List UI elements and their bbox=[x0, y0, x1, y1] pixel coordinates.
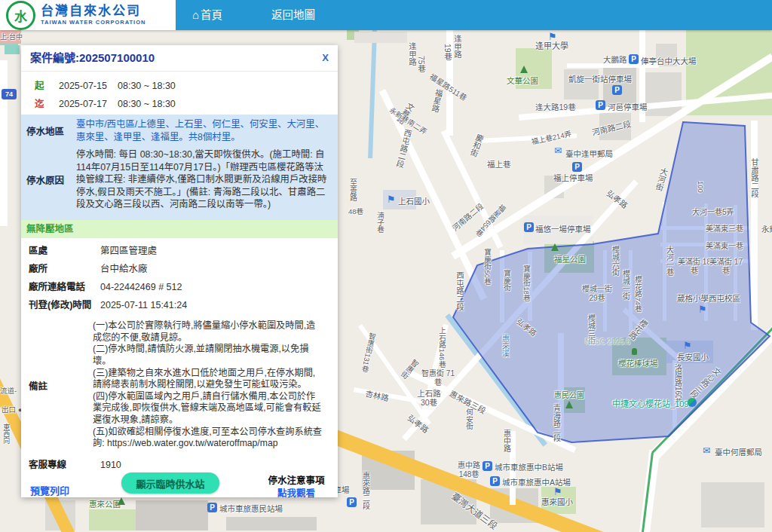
logo-subtitle: TAIWAN WATER CORPORATION bbox=[41, 20, 146, 26]
start-time: 08:30 ~ 18:30 bbox=[118, 78, 176, 93]
map-decor bbox=[368, 30, 377, 158]
end-label: 迄 bbox=[35, 96, 44, 112]
map-label: 福上停車場 bbox=[553, 173, 593, 182]
water-logo-icon: 水 bbox=[6, 1, 35, 30]
map-decor bbox=[701, 482, 764, 527]
map-label: 河邑停車場 bbox=[608, 102, 648, 112]
map-label: 永輝 bbox=[761, 225, 772, 234]
school-icon: ⚑ bbox=[683, 341, 692, 350]
notice-title: 停水注意事項 bbox=[264, 475, 329, 488]
map-label: 凱旋一街站停車場 bbox=[568, 75, 632, 84]
map-label: 100 bbox=[696, 181, 704, 193]
map-label: 弘孝路 bbox=[515, 317, 538, 338]
map-label: 惠來路二段 bbox=[361, 472, 370, 509]
panel-header: 案件編號:202507100010 X bbox=[21, 45, 338, 72]
map-label: 寶慶街50巷 bbox=[482, 249, 491, 286]
map-label: 櫻城一街 29巷 bbox=[577, 285, 617, 302]
map-label: 大河街 bbox=[654, 167, 669, 192]
map-label: 福悠一場停車場 bbox=[535, 225, 591, 234]
map-label: 上石路 30巷 bbox=[412, 389, 446, 407]
school-icon: ⚑ bbox=[698, 304, 707, 314]
case-number: 案件編號:202507100010 bbox=[30, 45, 155, 71]
map-decor bbox=[0, 60, 8, 226]
area-value: 臺中市/西屯區/上德里、上石里、何仁里、何安里、大河里、惠來里、逢甲里、逢福里。… bbox=[76, 118, 332, 143]
ballpark-icon bbox=[632, 348, 637, 355]
map-label: 中捷文心櫻花站_109 bbox=[612, 399, 688, 409]
tree-icon bbox=[520, 66, 528, 73]
map-label: 上-台中 bbox=[0, 33, 23, 41]
map-label: 智惠街 71巷 bbox=[419, 369, 457, 387]
end-row: 迄 2025-07-17 08:30 ~ 18:30 bbox=[21, 96, 338, 112]
map-label: 至善路 bbox=[348, 179, 357, 201]
map-label: 何安街 bbox=[464, 408, 473, 430]
map-label: 美滿東一巷 bbox=[706, 242, 743, 251]
map-label: 智惠街131巷 bbox=[360, 332, 376, 373]
map-label: 櫻花棒球場 bbox=[618, 359, 658, 368]
parking-icon: P bbox=[482, 461, 492, 471]
map-label: 上石路146巷 bbox=[437, 327, 446, 368]
start-row: 起 2025-07-15 08:30 ~ 18:30 bbox=[21, 78, 338, 93]
logo-title: 台灣自來水公司 bbox=[41, 5, 146, 17]
map-label: 逢甲大學 bbox=[535, 41, 568, 51]
tree-icon bbox=[118, 497, 125, 505]
map-label: 美滿街 18巷 bbox=[677, 258, 712, 275]
map-label: 臺中何厝郵局 bbox=[715, 448, 762, 457]
map-decor bbox=[89, 509, 142, 530]
show-stations-button[interactable]: 顯示臨時供水站 bbox=[121, 472, 219, 494]
print-preview-link[interactable]: 預覽列印 bbox=[30, 483, 69, 497]
map-label: 青海路二段 bbox=[552, 404, 561, 442]
parking-icon: P bbox=[207, 503, 217, 512]
parking-icon: P bbox=[629, 54, 639, 64]
parking-icon: P bbox=[572, 162, 582, 172]
notes-text: (一)本公司於實際執行時,將儘量縮小停水範圍及時間,造成您的不便,敬請見諒。(二… bbox=[93, 320, 323, 450]
map-label: 惠來溪 bbox=[501, 335, 510, 357]
nav-home[interactable]: ⌂首頁 bbox=[192, 0, 222, 30]
map-label: 出口 ● bbox=[2, 406, 22, 414]
notes-label: 備註 bbox=[21, 378, 93, 393]
map-decor bbox=[751, 121, 758, 330]
parking-icon: P bbox=[347, 497, 357, 507]
map-label: 75巷 bbox=[417, 56, 426, 72]
map-label: 西屯路二段 bbox=[455, 271, 464, 311]
reason-label: 停水原因 bbox=[26, 173, 76, 187]
map-label: 甘肅路二段 bbox=[750, 158, 759, 198]
map-label: 逢甲路 bbox=[453, 35, 462, 59]
map-label: 東西向 bbox=[2, 423, 10, 444]
map-label: 寶慶街18巷 bbox=[522, 265, 530, 302]
map-label: 福上巷214弄 bbox=[531, 130, 572, 147]
map-label: 長安國小 bbox=[677, 353, 709, 362]
map-decor bbox=[226, 517, 317, 530]
map-label: 惠中路 148巷 bbox=[451, 461, 487, 478]
notice-link[interactable]: 點我觀看 bbox=[264, 488, 329, 500]
outage-detail-panel: 案件編號:202507100010 X 起 2025-07-15 08:30 ~… bbox=[21, 45, 338, 497]
row-plant: 廠所 台中給水廠 bbox=[21, 261, 338, 277]
map-label: 流道- bbox=[0, 387, 17, 396]
map-label: 湳子巷 bbox=[375, 212, 384, 234]
map-label: 慶和街 bbox=[468, 133, 485, 158]
start-date: 2025-07-15 bbox=[59, 78, 107, 93]
map-label: 大鵬路 bbox=[603, 55, 627, 64]
parking-icon: P bbox=[524, 222, 534, 232]
close-button[interactable]: X bbox=[322, 45, 329, 71]
reason-value: 停水時間: 每日 08:30~18:30,當天即恢復供水。(施工時間: 自114… bbox=[76, 148, 332, 211]
postal-icon: ✉ bbox=[554, 146, 562, 155]
map-label: 惠來公園 bbox=[89, 500, 121, 509]
school-icon: ⚑ bbox=[548, 32, 557, 41]
map-label: 惠中路 bbox=[502, 430, 511, 452]
end-time: 08:30 ~ 18:30 bbox=[118, 96, 176, 112]
map-label: NLSC 2025.6 bbox=[585, 338, 630, 347]
row-published: 刊登(修改)時間 2025-07-11 15:41:24 bbox=[21, 297, 338, 313]
map-label: 惠民公園 bbox=[554, 391, 584, 400]
logo: 水 台灣自來水公司 TAIWAN WATER CORPORATION bbox=[0, 0, 176, 30]
map-label: 福星公園 bbox=[554, 255, 586, 264]
tree-icon bbox=[565, 401, 573, 408]
row-hotline: 客服專線 1910 bbox=[21, 457, 338, 473]
outage-info-section: 停水地區 臺中市/西屯區/上德里、上石里、何仁里、何安里、大河里、惠來里、逢甲里… bbox=[21, 115, 338, 220]
map-label: 惠來國小 bbox=[541, 497, 573, 506]
nav-back-to-map[interactable]: 返回地圖 bbox=[271, 0, 315, 30]
map-label: 美滿街 17巷 bbox=[709, 258, 743, 275]
map-label: 美滿東三巷 bbox=[706, 225, 743, 234]
map-label: 櫻城六街 bbox=[611, 246, 620, 276]
parking-icon: P bbox=[490, 476, 500, 486]
highway-shield-icon: 74 bbox=[2, 89, 17, 99]
